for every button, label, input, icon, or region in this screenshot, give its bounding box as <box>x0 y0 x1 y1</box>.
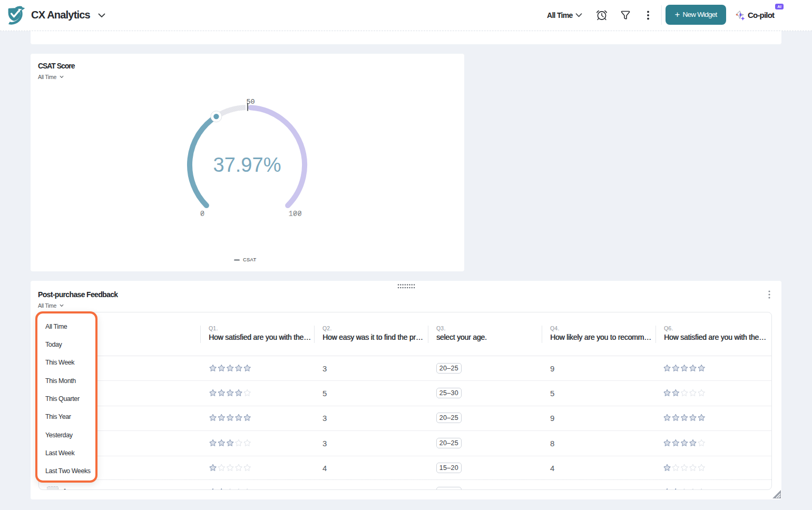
svg-text:37.97%: 37.97% <box>213 154 281 176</box>
svg-text:50: 50 <box>246 98 255 106</box>
svg-text:0: 0 <box>200 210 204 218</box>
